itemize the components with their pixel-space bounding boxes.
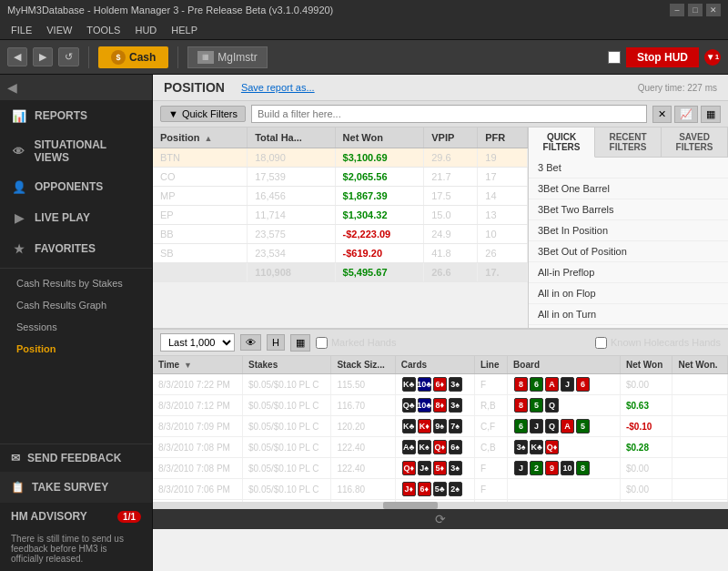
cell-position: BB [153, 225, 248, 244]
hand-row[interactable]: 8/3/2010 7:12 PM $0.05/$0.10 PL C 116.70… [153, 395, 728, 416]
hand-row[interactable]: 8/3/2010 7:08 PM $0.05/$0.10 PL C 122.40… [153, 437, 728, 458]
col-vpip[interactable]: VPIP [424, 127, 478, 148]
tab-recent-filters[interactable]: RECENT FILTERS [595, 127, 662, 157]
hh-col-cards[interactable]: Cards [395, 356, 474, 374]
content-area: POSITION Save report as... Query time: 2… [153, 75, 728, 571]
filter-item[interactable]: All in on Flop [529, 283, 728, 304]
table-row[interactable]: BB 23,575 -$2,223.09 24.9 10 [153, 225, 528, 244]
sidebar-item-reports[interactable]: 📊 REPORTS [0, 100, 152, 131]
known-holecards-checkbox[interactable] [595, 337, 607, 349]
save-report-link[interactable]: Save report as... [241, 82, 315, 93]
col-position[interactable]: Position ▲ [153, 127, 248, 148]
close-button[interactable]: ✕ [706, 4, 721, 16]
stop-hud-checkbox[interactable] [608, 51, 621, 64]
forward-button[interactable]: ▶ [33, 47, 53, 66]
hh-col-board[interactable]: Board [508, 356, 621, 374]
sidebar-item-sessions[interactable]: Sessions [0, 316, 152, 338]
table-row[interactable]: CO 17,539 $2,065.56 21.7 17 [153, 168, 528, 187]
minimize-button[interactable]: – [670, 4, 684, 16]
cell-pfr: 10 [478, 225, 528, 244]
marked-hands-checkbox[interactable] [316, 337, 328, 349]
hh-net-won2 [672, 416, 728, 437]
table-row[interactable]: MP 16,456 $1,867.39 17.5 14 [153, 187, 528, 206]
quick-filters-button[interactable]: ▼ Quick Filters [160, 106, 246, 122]
mgimstr-tab[interactable]: ▦ MgImstr [187, 46, 267, 68]
filter-item[interactable]: 3Bet Out of Position [529, 241, 728, 262]
grid-h-button[interactable]: H [267, 334, 285, 351]
hand-row[interactable]: 8/3/2010 7:09 PM $0.05/$0.10 PL C 120.20… [153, 416, 728, 437]
sidebar-divider [0, 268, 152, 269]
hh-col-netwon[interactable]: Net Won [620, 356, 672, 374]
main-layout: ◀ 📊 REPORTS 👁 SITUATIONAL VIEWS 👤 OPPONE… [0, 75, 728, 571]
hh-col-time[interactable]: Time ▼ [153, 356, 243, 374]
table-row[interactable]: SB 23,534 -$619.20 41.8 26 [153, 244, 528, 263]
hm-advisory-button[interactable]: HM ADVISORY 1/1 [0, 503, 152, 530]
filter-item[interactable]: 3Bet Two Barrels [529, 199, 728, 220]
hands-select[interactable]: Last 1,000 [160, 333, 235, 352]
filter-item[interactable]: 3Bet One Barrel [529, 178, 728, 199]
col-pfr[interactable]: PFR [478, 127, 528, 148]
sidebar-favorites-label: FAVORITES [35, 242, 96, 255]
hh-col-stack[interactable]: Stack Siz... [331, 356, 395, 374]
tab-quick-filters[interactable]: QUICK FILTERS [529, 127, 595, 158]
hand-history-scroll[interactable]: Time ▼ Stakes Stack Siz... Cards Line Bo… [153, 356, 728, 502]
hand-row[interactable]: 8/3/2010 7:06 PM $0.05/$0.10 PL C 116.80… [153, 479, 728, 500]
stop-hud-button[interactable]: Stop HUD [626, 47, 699, 67]
cell-vpip: 15.0 [424, 206, 478, 225]
scroll-area[interactable] [153, 502, 728, 509]
card: 5♦ [433, 461, 447, 475]
table-row[interactable]: BTN 18,090 $3,100.69 29.6 19 [153, 148, 528, 168]
filter-input[interactable] [251, 105, 647, 123]
cash-results-label: Cash Results by Stakes [16, 278, 123, 289]
sidebar-toggle[interactable]: ◀ [0, 75, 152, 100]
hand-row[interactable]: 8/3/2010 7:08 PM $0.05/$0.10 PL C 122.40… [153, 458, 728, 479]
filter-item[interactable]: 3 Bet [529, 158, 728, 178]
refresh-button[interactable]: ↺ [58, 47, 79, 66]
hand-row[interactable]: 8/3/2010 7:22 PM $0.05/$0.10 PL C 115.50… [153, 374, 728, 395]
card: K♣ [530, 440, 543, 454]
filter-clear-button[interactable]: ✕ [652, 106, 672, 123]
filter-chart-button[interactable]: 📈 [674, 106, 698, 123]
position-label: Position [16, 343, 56, 354]
col-net-won[interactable]: Net Won [335, 127, 424, 148]
filter-grid-button[interactable]: ▦ [701, 106, 721, 123]
hh-col-netwon2[interactable]: Net Won. [672, 356, 728, 374]
filter-item[interactable]: All-in Preflop [529, 262, 728, 283]
back-button[interactable]: ◀ [7, 47, 27, 66]
cell-total-hands: 16,456 [248, 187, 335, 206]
table-row[interactable]: EP 11,714 $1,304.32 15.0 13 [153, 206, 528, 225]
card: 6 [576, 377, 590, 392]
view-toggle-button[interactable]: 👁 [240, 334, 261, 351]
cash-tab[interactable]: $ Cash [98, 46, 168, 68]
sidebar-item-situational[interactable]: 👁 SITUATIONAL VIEWS [0, 131, 152, 171]
take-survey-button[interactable]: 📋 TAKE SURVEY [0, 472, 152, 503]
sidebar-item-cash-graph[interactable]: Cash Results Graph [0, 294, 152, 316]
menu-help[interactable]: HELP [164, 23, 205, 37]
filter-item[interactable]: All in on Turn [529, 304, 728, 325]
hh-stakes: $0.05/$0.10 PL C [243, 395, 331, 416]
maximize-button[interactable]: □ [688, 4, 703, 16]
cell-total-hands: 23,534 [248, 244, 335, 263]
col-total-hands[interactable]: Total Ha... [248, 127, 335, 148]
sidebar-item-position[interactable]: Position [0, 338, 152, 360]
menu-tools[interactable]: TOOLS [79, 23, 127, 37]
menu-view[interactable]: VIEW [39, 23, 79, 37]
cell-net-won: -$619.20 [335, 244, 424, 263]
sidebar-item-favorites[interactable]: ★ FAVORITES [0, 233, 152, 264]
filter-item[interactable]: 3Bet In Position [529, 220, 728, 241]
grid-view-button[interactable]: ▦ [290, 334, 310, 352]
tab-saved-filters[interactable]: SAVED FILTERS [662, 127, 728, 157]
menu-hud[interactable]: HUD [127, 23, 164, 37]
card: J [530, 419, 543, 433]
card: 6 [514, 419, 528, 433]
cell-net-won: -$2,223.09 [335, 225, 424, 244]
send-feedback-button[interactable]: ✉ SEND FEEDBACK [0, 444, 152, 472]
menu-file[interactable]: FILE [4, 23, 39, 37]
hh-col-line[interactable]: Line [474, 356, 507, 374]
sidebar-item-cash-results[interactable]: Cash Results by Stakes [0, 272, 152, 294]
sidebar-item-opponents[interactable]: 👤 OPPONENTS [0, 171, 152, 202]
card: 10♣ [418, 377, 431, 392]
hh-col-stakes[interactable]: Stakes [243, 356, 331, 374]
sidebar-item-liveplay[interactable]: ▶ LIVE PLAY [0, 202, 152, 233]
card: Q♣ [402, 398, 416, 413]
